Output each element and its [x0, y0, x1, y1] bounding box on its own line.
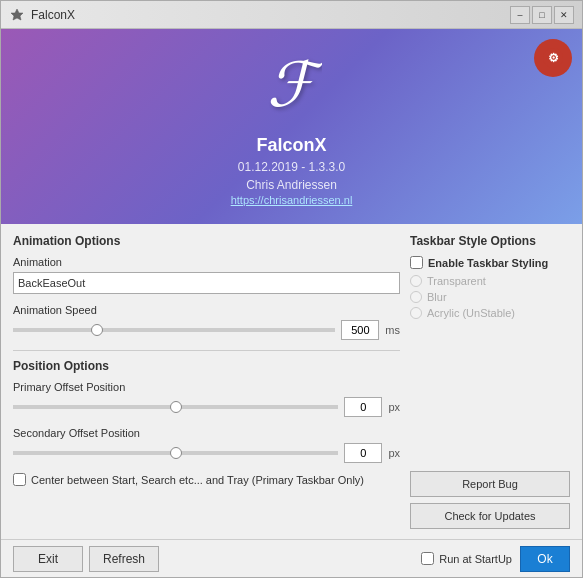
transparent-option-row: Transparent [410, 275, 570, 287]
left-panel: Animation Options Animation BackEaseOut … [13, 234, 400, 529]
speed-slider[interactable] [13, 328, 335, 332]
author-link[interactable]: https://chrisandriessen.nl [231, 194, 353, 206]
startup-row: Run at StartUp [421, 552, 512, 565]
svg-text:⚙: ⚙ [548, 51, 559, 65]
startup-label: Run at StartUp [439, 553, 512, 565]
primary-slider-row: 0 px [13, 397, 400, 417]
main-window: FalconX – □ ✕ ⚙ ℱ FalconX 01.12.2019 - 1… [0, 0, 583, 578]
transparent-label: Transparent [427, 275, 486, 287]
maximize-button[interactable]: □ [532, 6, 552, 24]
blur-radio[interactable] [410, 291, 422, 303]
window-controls: – □ ✕ [510, 6, 574, 24]
speed-label: Animation Speed [13, 304, 400, 316]
footer: Exit Refresh Run at StartUp Ok [1, 539, 582, 577]
app-logo-letter: ℱ [262, 48, 322, 127]
check-updates-button[interactable]: Check for Updates [410, 503, 570, 529]
right-panel: Taskbar Style Options Enable Taskbar Sty… [410, 234, 570, 529]
animation-section-title: Animation Options [13, 234, 400, 248]
window-title: FalconX [31, 8, 510, 22]
separator-1 [13, 350, 400, 351]
close-button[interactable]: ✕ [554, 6, 574, 24]
speed-value: 500 [341, 320, 379, 340]
taskbar-style-group: Transparent Blur Acrylic (UnStable) [410, 275, 570, 319]
svg-marker-0 [11, 9, 23, 20]
primary-offset-label: Primary Offset Position [13, 381, 400, 393]
report-bug-button[interactable]: Report Bug [410, 471, 570, 497]
taskbar-section-title: Taskbar Style Options [410, 234, 570, 248]
main-content: Animation Options Animation BackEaseOut … [1, 224, 582, 539]
secondary-offset-value: 0 [344, 443, 382, 463]
title-icon [9, 7, 25, 23]
position-section-title: Position Options [13, 359, 400, 373]
startup-checkbox[interactable] [421, 552, 434, 565]
acrylic-radio[interactable] [410, 307, 422, 319]
blur-label: Blur [427, 291, 447, 303]
exit-button[interactable]: Exit [13, 546, 83, 572]
secondary-offset-label: Secondary Offset Position [13, 427, 400, 439]
enable-taskbar-row: Enable Taskbar Styling [410, 256, 570, 269]
animation-dropdown[interactable]: BackEaseOut BounceEaseOut CircEaseOut Cu… [13, 272, 400, 294]
footer-left-buttons: Exit Refresh [13, 546, 159, 572]
action-buttons: Report Bug Check for Updates [410, 471, 570, 529]
center-label: Center between Start, Search etc... and … [31, 474, 364, 486]
minimize-button[interactable]: – [510, 6, 530, 24]
app-author: Chris Andriessen [246, 178, 337, 192]
transparent-radio[interactable] [410, 275, 422, 287]
primary-offset-slider[interactable] [13, 405, 338, 409]
enable-taskbar-label: Enable Taskbar Styling [428, 257, 548, 269]
speed-slider-row: 500 ms [13, 320, 400, 340]
speed-unit: ms [385, 324, 400, 336]
center-checkbox[interactable] [13, 473, 26, 486]
secondary-unit: px [388, 447, 400, 459]
svg-text:ℱ: ℱ [267, 51, 322, 118]
refresh-button[interactable]: Refresh [89, 546, 159, 572]
enable-taskbar-checkbox[interactable] [410, 256, 423, 269]
blur-option-row: Blur [410, 291, 570, 303]
footer-right: Run at StartUp Ok [421, 546, 570, 572]
primary-offset-value: 0 [344, 397, 382, 417]
brand-logo: ⚙ [534, 39, 572, 77]
primary-unit: px [388, 401, 400, 413]
header-banner: ⚙ ℱ FalconX 01.12.2019 - 1.3.3.0 Chris A… [1, 29, 582, 224]
animation-label: Animation [13, 256, 400, 268]
ok-button[interactable]: Ok [520, 546, 570, 572]
acrylic-label: Acrylic (UnStable) [427, 307, 515, 319]
secondary-offset-slider[interactable] [13, 451, 338, 455]
title-bar: FalconX – □ ✕ [1, 1, 582, 29]
app-title: FalconX [256, 135, 326, 156]
animation-dropdown-container: BackEaseOut BounceEaseOut CircEaseOut Cu… [13, 272, 400, 294]
center-checkbox-row: Center between Start, Search etc... and … [13, 473, 400, 486]
acrylic-option-row: Acrylic (UnStable) [410, 307, 570, 319]
secondary-slider-row: 0 px [13, 443, 400, 463]
app-version: 01.12.2019 - 1.3.3.0 [238, 160, 345, 174]
